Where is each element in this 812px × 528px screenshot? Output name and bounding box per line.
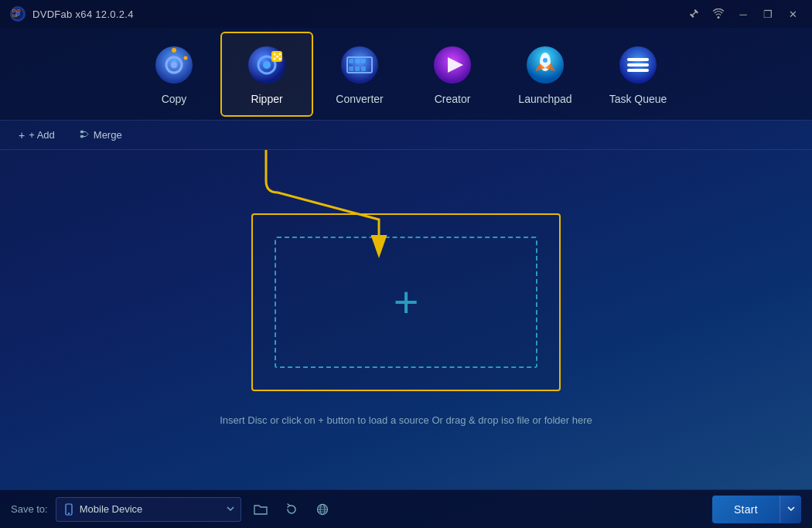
nav-item-copy[interactable]: Copy xyxy=(128,32,220,117)
title-bar-controls: ─ ❐ ✕ xyxy=(684,4,803,24)
converter-label: Converter xyxy=(336,93,383,105)
svg-rect-24 xyxy=(349,66,353,71)
bottom-action-icons xyxy=(249,498,334,521)
dropdown-arrow-icon xyxy=(227,506,234,512)
save-to-section: Save to: Mobile Device xyxy=(11,497,334,522)
title-bar-left: DVD fab DVDFab x64 12.0.2.4 xyxy=(9,5,134,22)
taskqueue-icon xyxy=(616,43,660,87)
nav-bar: Copy Ripper xyxy=(0,28,812,121)
drop-area-wrapper: + Insert Disc or click on + button to lo… xyxy=(220,213,592,426)
minimize-button[interactable]: ─ xyxy=(733,4,753,24)
start-dropdown-button[interactable] xyxy=(780,496,801,523)
copy-label: Copy xyxy=(162,93,187,105)
nav-item-converter[interactable]: Converter xyxy=(313,32,406,117)
bottom-bar: Save to: Mobile Device xyxy=(0,489,812,528)
svg-point-14 xyxy=(274,53,276,55)
mobile-device-icon xyxy=(63,503,75,516)
merge-button[interactable]: Merge xyxy=(73,126,128,145)
merge-label: Merge xyxy=(94,129,122,141)
save-to-label: Save to: xyxy=(11,503,48,515)
svg-rect-35 xyxy=(627,58,649,61)
svg-rect-22 xyxy=(355,59,360,63)
drop-zone[interactable]: + xyxy=(251,213,561,391)
svg-point-18 xyxy=(276,55,278,57)
taskqueue-label: Task Queue xyxy=(609,93,667,105)
svg-point-9 xyxy=(184,56,188,60)
svg-point-33 xyxy=(543,58,548,63)
refresh-button[interactable] xyxy=(280,498,303,521)
start-button[interactable]: Start xyxy=(712,496,780,523)
drop-hint-text: Insert Disc or click on + button to load… xyxy=(220,414,592,426)
svg-rect-39 xyxy=(80,135,84,138)
svg-point-7 xyxy=(171,62,177,68)
wifi-icon[interactable] xyxy=(708,4,728,24)
creator-label: Creator xyxy=(435,93,471,105)
restore-button[interactable]: ❐ xyxy=(758,4,778,24)
ripper-icon xyxy=(245,43,288,87)
content-area: + Insert Disc or click on + button to lo… xyxy=(0,150,812,489)
converter-icon xyxy=(338,43,381,87)
nav-item-taskqueue[interactable]: Task Queue xyxy=(592,32,684,117)
add-button[interactable]: + + Add xyxy=(12,126,61,145)
save-to-value: Mobile Device xyxy=(63,503,143,516)
svg-rect-38 xyxy=(80,131,84,133)
launchpad-icon xyxy=(524,43,567,87)
save-to-select[interactable]: Mobile Device xyxy=(56,497,241,522)
save-to-device-label: Mobile Device xyxy=(80,503,143,515)
svg-point-17 xyxy=(279,57,281,60)
add-icon: + xyxy=(19,129,25,141)
svg-rect-37 xyxy=(627,69,649,72)
svg-point-42 xyxy=(68,513,70,514)
close-button[interactable]: ✕ xyxy=(783,4,803,24)
folder-button[interactable] xyxy=(249,498,272,521)
creator-icon xyxy=(431,43,474,87)
app-title: DVDFab x64 12.0.2.4 xyxy=(32,9,134,20)
svg-rect-26 xyxy=(361,66,366,71)
refresh-icon xyxy=(285,503,298,516)
svg-rect-25 xyxy=(355,66,360,71)
start-section: Start xyxy=(712,496,801,523)
ripper-label: Ripper xyxy=(251,93,282,105)
title-bar: DVD fab DVDFab x64 12.0.2.4 ─ ❐ ✕ xyxy=(0,0,812,28)
pin-icon[interactable] xyxy=(684,4,704,24)
merge-icon xyxy=(80,129,90,141)
svg-rect-21 xyxy=(349,59,353,63)
drop-plus-icon: + xyxy=(394,281,419,324)
folder-icon xyxy=(254,503,268,516)
svg-point-12 xyxy=(263,61,271,69)
launchpad-label: Launchpad xyxy=(518,93,571,105)
svg-point-8 xyxy=(172,48,176,53)
svg-text:fab: fab xyxy=(12,14,18,18)
toolbar: + + Add Merge xyxy=(0,121,812,150)
globe-icon xyxy=(316,503,329,516)
svg-rect-36 xyxy=(627,63,649,66)
nav-item-creator[interactable]: Creator xyxy=(406,32,499,117)
svg-rect-23 xyxy=(361,59,366,63)
copy-icon xyxy=(152,43,196,87)
globe-button[interactable] xyxy=(311,498,334,521)
svg-text:DVD: DVD xyxy=(12,9,21,13)
svg-point-16 xyxy=(274,57,276,60)
add-label: + Add xyxy=(29,129,55,141)
start-chevron-icon xyxy=(787,506,795,512)
drop-zone-inner: + xyxy=(275,237,537,368)
app-logo-icon: DVD fab xyxy=(9,5,26,22)
nav-item-ripper[interactable]: Ripper xyxy=(220,32,313,117)
svg-point-15 xyxy=(279,53,281,55)
nav-item-launchpad[interactable]: Launchpad xyxy=(499,32,592,117)
